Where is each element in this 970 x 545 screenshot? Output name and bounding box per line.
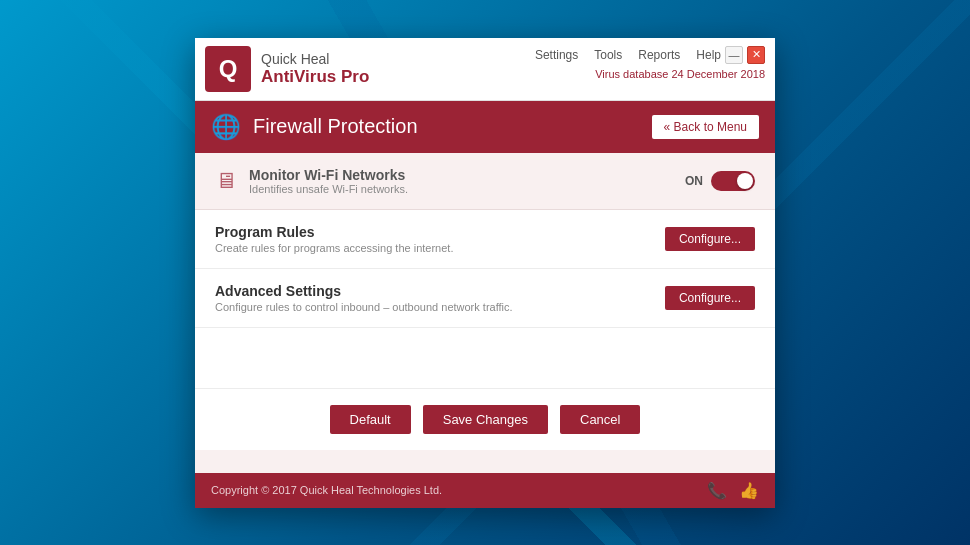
thumbsup-icon[interactable]: 👍 — [739, 481, 759, 500]
app-name-top: Quick Heal — [261, 51, 369, 67]
advanced-settings-row: Advanced Settings Configure rules to con… — [195, 269, 775, 328]
toggle-label: ON — [685, 174, 703, 188]
wifi-text-block: Monitor Wi-Fi Networks Identifies unsafe… — [249, 167, 408, 195]
content-spacer — [195, 328, 775, 388]
back-to-menu-button[interactable]: « Back to Menu — [652, 115, 759, 139]
app-name-block: Quick Heal AntiVirus Pro — [261, 51, 369, 87]
program-rules-subtitle: Create rules for programs accessing the … — [215, 242, 453, 254]
default-button[interactable]: Default — [330, 405, 411, 434]
section-header-left: 🌐 Firewall Protection — [211, 113, 418, 141]
close-button[interactable]: ✕ — [747, 46, 765, 64]
advanced-settings-text: Advanced Settings Configure rules to con… — [215, 283, 513, 313]
main-window: Q Quick Heal AntiVirus Pro Settings Tool… — [195, 38, 775, 508]
program-rules-title: Program Rules — [215, 224, 453, 240]
program-rules-configure-button[interactable]: Configure... — [665, 227, 755, 251]
menu-tools[interactable]: Tools — [594, 48, 622, 62]
title-bar-left: Q Quick Heal AntiVirus Pro — [205, 46, 369, 92]
copyright-text: Copyright © 2017 Quick Heal Technologies… — [211, 484, 442, 496]
app-logo: Q — [205, 46, 251, 92]
advanced-settings-configure-button[interactable]: Configure... — [665, 286, 755, 310]
menu-settings[interactable]: Settings — [535, 48, 578, 62]
footer-actions: Default Save Changes Cancel — [195, 388, 775, 450]
save-changes-button[interactable]: Save Changes — [423, 405, 548, 434]
window-controls: — ✕ — [725, 46, 765, 64]
title-bar: Q Quick Heal AntiVirus Pro Settings Tool… — [195, 38, 775, 101]
wifi-title: Monitor Wi-Fi Networks — [249, 167, 408, 183]
cancel-button[interactable]: Cancel — [560, 405, 640, 434]
advanced-settings-title: Advanced Settings — [215, 283, 513, 299]
app-name-bottom: AntiVirus Pro — [261, 67, 369, 87]
logo-letter: Q — [219, 55, 238, 83]
menu-bar: Settings Tools Reports Help — [535, 48, 721, 62]
wifi-toggle[interactable] — [711, 171, 755, 191]
content-area: 🖥 Monitor Wi-Fi Networks Identifies unsa… — [195, 153, 775, 473]
footer-icons: 📞 👍 — [707, 481, 759, 500]
program-rules-text: Program Rules Create rules for programs … — [215, 224, 453, 254]
virus-db-label: Virus database 24 December 2018 — [595, 68, 765, 80]
section-title: Firewall Protection — [253, 115, 418, 138]
title-bar-right: Settings Tools Reports Help — ✕ Virus da… — [535, 46, 765, 80]
menu-help[interactable]: Help — [696, 48, 721, 62]
wifi-monitor-icon: 🖥 — [215, 168, 237, 194]
wifi-row: 🖥 Monitor Wi-Fi Networks Identifies unsa… — [195, 153, 775, 210]
menu-reports[interactable]: Reports — [638, 48, 680, 62]
wifi-subtitle: Identifies unsafe Wi-Fi networks. — [249, 183, 408, 195]
minimize-button[interactable]: — — [725, 46, 743, 64]
program-rules-row: Program Rules Create rules for programs … — [195, 210, 775, 269]
toggle-area: ON — [685, 171, 755, 191]
phone-icon[interactable]: 📞 — [707, 481, 727, 500]
wifi-row-left: 🖥 Monitor Wi-Fi Networks Identifies unsa… — [215, 167, 408, 195]
advanced-settings-subtitle: Configure rules to control inbound – out… — [215, 301, 513, 313]
section-header: 🌐 Firewall Protection « Back to Menu — [195, 101, 775, 153]
firewall-icon: 🌐 — [211, 113, 241, 141]
app-footer: Copyright © 2017 Quick Heal Technologies… — [195, 473, 775, 508]
